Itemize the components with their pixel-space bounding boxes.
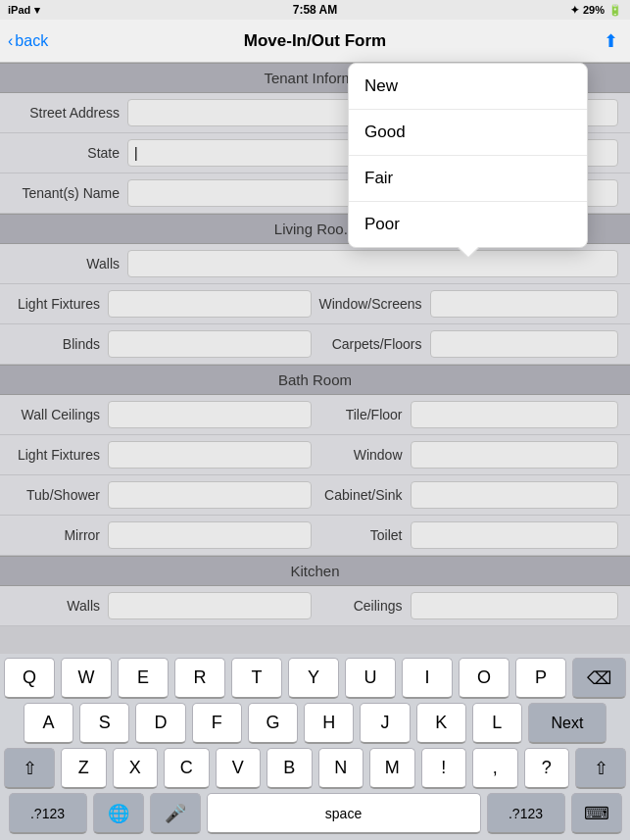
tub-shower-half: Tub/Shower — [12, 481, 312, 509]
key-c[interactable]: C — [164, 748, 210, 789]
key-n[interactable]: N — [318, 748, 364, 789]
key-b[interactable]: B — [267, 748, 313, 789]
shift-key-right[interactable]: ⇧ — [575, 748, 626, 789]
key-o[interactable]: O — [459, 658, 509, 699]
back-button[interactable]: ‹ back — [8, 32, 48, 50]
mirror-input[interactable] — [108, 521, 312, 549]
cabinet-sink-half: Cabinet/Sink — [319, 481, 619, 509]
key-m[interactable]: M — [369, 748, 415, 789]
sym-key-left[interactable]: .?123 — [9, 793, 87, 834]
battery-label: 29% — [583, 4, 605, 16]
status-bar: iPad ▾ 7:58 AM ✦ 29% 🔋 — [0, 0, 630, 20]
key-i[interactable]: I — [402, 658, 453, 699]
kitchen-ceilings-input[interactable] — [411, 592, 619, 619]
key-f[interactable]: F — [192, 703, 242, 744]
window-bath-label: Window — [319, 447, 403, 463]
light-fixtures-bath-half: Light Fixtures — [12, 441, 312, 469]
light-fixtures-window-row: Light Fixtures Window/Screens — [0, 284, 630, 324]
mirror-half: Mirror — [12, 521, 312, 549]
key-k[interactable]: K — [416, 703, 466, 744]
toilet-input[interactable] — [411, 521, 619, 549]
window-screens-label: Window/Screens — [319, 296, 422, 312]
window-screens-input[interactable] — [430, 290, 618, 318]
blinds-half: Blinds — [12, 330, 312, 358]
wall-ceilings-input[interactable] — [108, 401, 312, 428]
mic-key[interactable]: 🎤 — [150, 793, 201, 834]
light-fixtures-bath-label: Light Fixtures — [12, 447, 100, 463]
space-key[interactable]: space — [207, 793, 481, 834]
kitchen-walls-half: Walls — [12, 592, 312, 619]
key-t[interactable]: T — [231, 658, 282, 699]
keyboard-row-bottom: .?123 🌐 🎤 space .?123 ⌨ — [0, 789, 630, 840]
nav-bar: ‹ back Move-In/Out Form ⬆ — [0, 20, 630, 63]
backspace-key[interactable]: ⌫ — [572, 658, 626, 699]
bluetooth-icon: ✦ — [570, 4, 579, 17]
light-fixtures-lr-input[interactable] — [108, 290, 312, 318]
wall-ceilings-half: Wall Ceilings — [12, 401, 312, 428]
key-d[interactable]: D — [135, 703, 185, 744]
keyboard-dismiss-key[interactable]: ⌨ — [571, 793, 622, 834]
wifi-icon: ▾ — [34, 4, 40, 17]
key-s[interactable]: S — [79, 703, 129, 744]
back-chevron-icon: ‹ — [8, 32, 13, 50]
key-l[interactable]: L — [472, 703, 522, 744]
window-bath-input[interactable] — [411, 441, 619, 469]
keyboard-row-2: A S D F G H J K L Next — [0, 699, 630, 744]
key-exclaim[interactable]: ! — [421, 748, 467, 789]
shift-key[interactable]: ⇧ — [4, 748, 55, 789]
nav-title: Move-In/Out Form — [244, 31, 386, 51]
tile-floor-half: Tile/Floor — [319, 401, 619, 428]
key-y[interactable]: Y — [288, 658, 339, 699]
kitchen-walls-input[interactable] — [108, 592, 312, 619]
next-key[interactable]: Next — [528, 703, 606, 744]
key-z[interactable]: Z — [61, 748, 107, 789]
key-q[interactable]: Q — [4, 658, 55, 699]
light-fixtures-bath-input[interactable] — [108, 441, 312, 469]
walls-lr-label: Walls — [12, 256, 120, 272]
mirror-toilet-row: Mirror Toilet — [0, 516, 630, 556]
key-h[interactable]: H — [304, 703, 354, 744]
toilet-half: Toilet — [319, 521, 619, 549]
key-u[interactable]: U — [345, 658, 396, 699]
dropdown-option-poor[interactable]: Poor — [349, 202, 587, 247]
status-right: ✦ 29% 🔋 — [570, 4, 622, 17]
dropdown-option-good[interactable]: Good — [349, 110, 587, 156]
share-button[interactable]: ⬆ — [604, 30, 618, 52]
carpets-floors-label: Carpets/Floors — [319, 336, 422, 352]
carrier-label: iPad — [8, 4, 30, 16]
light-fixtures-window-bath-row: Light Fixtures Window — [0, 435, 630, 475]
walls-lr-row: Walls — [0, 244, 630, 284]
key-a[interactable]: A — [24, 703, 73, 744]
tub-shower-input[interactable] — [108, 481, 312, 509]
tile-floor-input[interactable] — [411, 401, 619, 428]
walls-lr-input[interactable] — [127, 250, 618, 277]
light-fixtures-half: Light Fixtures — [12, 290, 312, 318]
key-v[interactable]: V — [216, 748, 262, 789]
globe-key[interactable]: 🌐 — [93, 793, 144, 834]
key-w[interactable]: W — [61, 658, 112, 699]
battery-icon: 🔋 — [608, 4, 622, 17]
light-fixtures-lr-label: Light Fixtures — [12, 296, 100, 312]
cabinet-sink-input[interactable] — [411, 481, 619, 509]
dropdown-option-new[interactable]: New — [349, 64, 587, 110]
wall-ceilings-tile-row: Wall Ceilings Tile/Floor — [0, 395, 630, 435]
key-p[interactable]: P — [515, 658, 566, 699]
tile-floor-label: Tile/Floor — [319, 407, 403, 422]
blinds-input[interactable] — [108, 330, 312, 358]
kitchen-header: Kitchen — [0, 556, 630, 586]
keyboard-row-3: ⇧ Z X C V B N M ! , ? ⇧ — [0, 744, 630, 789]
key-g[interactable]: G — [248, 703, 298, 744]
mirror-label: Mirror — [12, 527, 100, 543]
cabinet-sink-label: Cabinet/Sink — [319, 487, 403, 503]
key-r[interactable]: R — [174, 658, 225, 699]
key-comma[interactable]: , — [472, 748, 518, 789]
dropdown-option-fair[interactable]: Fair — [349, 156, 587, 202]
status-time: 7:58 AM — [293, 3, 338, 17]
key-j[interactable]: J — [360, 703, 410, 744]
sym-key-right[interactable]: .?123 — [487, 793, 565, 834]
key-x[interactable]: X — [113, 748, 159, 789]
key-question[interactable]: ? — [524, 748, 570, 789]
carpets-floors-input[interactable] — [430, 330, 619, 358]
back-label[interactable]: back — [15, 32, 48, 50]
key-e[interactable]: E — [118, 658, 169, 699]
